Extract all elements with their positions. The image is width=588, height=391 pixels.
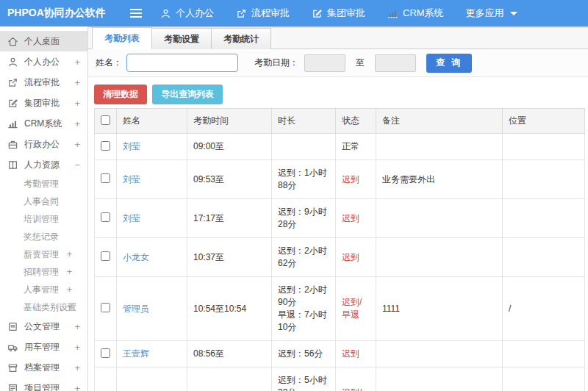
cell-remark (376, 134, 503, 160)
book-icon (7, 159, 18, 171)
clear-data-button[interactable]: 清理数据 (94, 85, 147, 104)
nav-label: 流程审批 (251, 7, 290, 20)
expand-toggle-icon[interactable]: + (74, 139, 80, 150)
row-checkbox[interactable] (101, 348, 110, 358)
row-checkbox[interactable] (101, 141, 110, 151)
sidebar-item-document-mgmt[interactable]: 公文管理+ (0, 316, 87, 337)
sidebar-item-project-mgmt[interactable]: 项目管理+ (0, 378, 87, 391)
cell-status: 迟到/早退 (336, 367, 376, 391)
cell-checkbox (95, 367, 117, 391)
sidebar-item-label: 用车管理 (24, 341, 60, 354)
caret-down-icon (510, 12, 517, 15)
sidebar-subitem-personnel-mgmt[interactable]: 人事管理+ (0, 281, 87, 298)
date-from-input[interactable] (304, 54, 345, 72)
expand-toggle-icon[interactable]: + (74, 98, 80, 109)
cell-name: 小龙女 (117, 238, 187, 277)
topbar-nav-workflow-approval[interactable]: 流程审批 (236, 7, 290, 20)
expand-toggle-icon[interactable]: + (67, 298, 72, 316)
cell-status: 迟到 (336, 341, 376, 367)
sidebar-subitem-label: 人事管理 (24, 284, 59, 295)
edit-icon (312, 8, 323, 19)
employee-name-link[interactable]: 管理员 (123, 304, 149, 314)
table-row: 刘莹09:00至正常 (95, 134, 585, 160)
expand-toggle-icon[interactable]: + (74, 342, 80, 353)
cell-status: 迟到 (336, 238, 376, 277)
sidebar-item-archive-mgmt[interactable]: 档案管理+ (0, 357, 87, 378)
cell-name: 管理员 (117, 277, 187, 341)
sidebar-item-label: 个人办公 (24, 56, 60, 68)
cell-location (503, 160, 585, 199)
expand-toggle-icon[interactable]: + (74, 77, 80, 88)
employee-name-link[interactable]: 王壹辉 (123, 348, 149, 359)
topbar-nav-crm[interactable]: CRM系统 (387, 7, 444, 20)
export-list-button[interactable]: 导出查询列表 (152, 85, 223, 104)
sidebar-subitem-recruit-mgmt[interactable]: 招聘管理+ (0, 263, 87, 281)
row-checkbox[interactable] (101, 212, 110, 222)
sidebar-item-admin-office[interactable]: 行政办公+ (0, 134, 87, 154)
sidebar-item-crm[interactable]: CRM系统+ (0, 113, 87, 134)
topbar-nav-more-apps[interactable]: 更多应用 (466, 7, 517, 20)
table-row: 黄蓉13:20至13:20迟到：5小时33分 早退：4小时67分迟到/早退/ (95, 367, 585, 391)
sidebar-submenu-hr: 考勤管理人事合同培训管理奖惩记录薪资管理+招聘管理+人事管理+基础类别设置+ (0, 175, 87, 316)
employee-name-link[interactable]: 刘莹 (123, 141, 140, 151)
expand-toggle-icon[interactable]: + (74, 321, 80, 332)
sidebar-subitem-salary-mgmt[interactable]: 薪资管理+ (0, 245, 87, 263)
sidebar-subitem-attendance-mgmt[interactable]: 考勤管理 (0, 175, 87, 193)
employee-name-link[interactable]: 小龙女 (123, 252, 149, 262)
cell-duration: 迟到：9小时28分 (272, 199, 336, 238)
topbar-nav-group-approval[interactable]: 集团审批 (312, 7, 365, 20)
status-badge: 迟到 (342, 348, 359, 359)
row-checkbox[interactable] (101, 173, 110, 183)
expand-toggle-icon[interactable]: + (67, 281, 72, 298)
sidebar-subitem-personnel-contract[interactable]: 人事合同 (0, 193, 87, 210)
sidebar-item-group-approval[interactable]: 集团审批+ (0, 93, 87, 113)
date-to-input[interactable] (375, 54, 416, 72)
topbar: PHPOA协同办公软件 个人办公流程审批集团审批CRM系统更多应用 (0, 0, 588, 26)
doc-icon (7, 321, 18, 332)
cell-location: / (503, 277, 585, 341)
expand-toggle-icon[interactable]: − (74, 159, 80, 171)
cell-duration: 迟到：5小时33分 早退：4小时67分 (272, 367, 336, 391)
cell-checkbox (95, 199, 117, 238)
expand-toggle-icon[interactable]: + (74, 118, 80, 129)
cell-checkbox (95, 341, 117, 367)
search-button[interactable]: 查 询 (426, 54, 472, 73)
name-input[interactable] (126, 54, 238, 72)
cell-status: 迟到 (336, 199, 376, 238)
sidebar-subitem-base-category-settings[interactable]: 基础类别设置+ (0, 298, 87, 316)
sidebar-subitem-label: 招聘管理 (24, 267, 59, 277)
select-all-checkbox[interactable] (101, 115, 110, 125)
status-badge: 迟到 (342, 252, 359, 262)
cell-time: 17:17至 (187, 199, 272, 238)
sidebar-subitem-reward-punish-records[interactable]: 奖惩记录 (0, 228, 87, 245)
sidebar-item-vehicle-mgmt[interactable]: 用车管理+ (0, 337, 87, 357)
employee-name-link[interactable]: 刘莹 (123, 213, 140, 223)
sidebar-item-workflow-approval[interactable]: 流程审批+ (0, 72, 87, 93)
employee-name-link[interactable]: 刘莹 (123, 174, 140, 184)
tab-attendance-stats[interactable]: 考勤统计 (212, 28, 271, 49)
col-header-status: 状态 (336, 109, 376, 134)
expand-toggle-icon[interactable]: + (74, 383, 80, 391)
sidebar-item-personal-desktop[interactable]: 个人桌面 (0, 31, 87, 51)
tab-attendance-list[interactable]: 考勤列表 (92, 27, 152, 49)
row-checkbox[interactable] (101, 303, 110, 312)
cell-duration: 迟到：56分 (272, 341, 336, 367)
cell-status: 迟到/早退 (336, 277, 376, 341)
expand-toggle-icon[interactable]: + (74, 362, 80, 373)
attendance-table: 姓名考勤时间时长状态备注位置 刘莹09:00至正常刘莹09:53至迟到：1小时8… (94, 108, 585, 391)
sidebar-subitem-training-mgmt[interactable]: 培训管理 (0, 210, 87, 228)
sidebar-subitem-label: 人事合同 (24, 196, 59, 207)
row-checkbox[interactable] (101, 251, 110, 261)
sidebar-item-personal-office[interactable]: 个人办公+ (0, 51, 87, 72)
cell-name: 刘莹 (117, 199, 187, 238)
cell-time: 09:53至 (187, 160, 272, 199)
expand-toggle-icon[interactable]: + (74, 57, 80, 68)
expand-toggle-icon[interactable]: + (67, 263, 72, 281)
cell-duration: 迟到：2小时90分 早退：7小时10分 (272, 277, 336, 341)
sidebar-item-label: 集团审批 (24, 97, 60, 110)
tab-attendance-setup[interactable]: 考勤设置 (152, 28, 212, 49)
topbar-nav-personal-office[interactable]: 个人办公 (160, 7, 214, 20)
sidebar-item-hr[interactable]: 人力资源− (0, 154, 87, 175)
expand-toggle-icon[interactable]: + (67, 245, 72, 263)
hamburger-menu-icon[interactable] (129, 8, 143, 18)
